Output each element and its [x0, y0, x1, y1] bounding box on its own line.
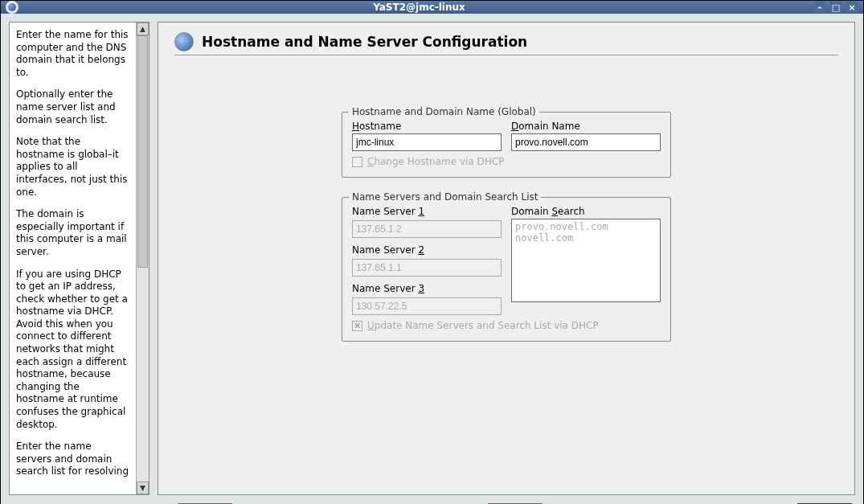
hostname-input[interactable] — [352, 133, 502, 151]
maximize-button[interactable]: □ — [829, 2, 842, 13]
panels: Enter the name for this computer and the… — [9, 22, 855, 495]
help-p2: Optionally enter the name server list an… — [16, 88, 129, 126]
nameserver-group: Name Servers and Domain Search List Name… — [342, 197, 671, 342]
hostname-label: Hostname — [352, 121, 502, 132]
domain-field: Domain Name — [511, 121, 661, 151]
domain-label: Domain Name — [511, 121, 661, 132]
window: YaST2@jmc-linux – □ × Enter the name for… — [0, 0, 864, 504]
dhcp-hostname-label: Change Hostname via DHCP — [367, 156, 504, 167]
ns3-label: Name Server 3 — [352, 283, 502, 294]
main-pane: Hostname and Name Server Configuration H… — [158, 22, 855, 495]
ns-grid: Name Server 1 Name Server 2 Name Server … — [352, 206, 661, 315]
dhcp-ns-row: ✕ Update Name Servers and Search List vi… — [352, 320, 661, 331]
ns1-label: Name Server 1 — [352, 206, 502, 217]
ns3-input — [352, 297, 502, 315]
help-pane: Enter the name for this computer and the… — [9, 22, 149, 495]
scroll-track[interactable] — [137, 35, 149, 481]
page-heading: Hostname and Name Server Configuration — [174, 32, 838, 51]
close-button[interactable]: × — [846, 2, 858, 13]
help-p6: Enter the name servers and domain search… — [16, 440, 129, 478]
hostname-field: Hostname — [352, 121, 502, 151]
dhcp-hostname-row: Change Hostname via DHCP — [352, 156, 661, 167]
titlebar: YaST2@jmc-linux – □ × — [1, 1, 863, 14]
help-p5: If you are using DHCP to get an IP addre… — [16, 268, 129, 432]
ns-right-col: Domain Search — [511, 206, 661, 315]
minimize-button[interactable]: – — [813, 2, 826, 13]
app-icon — [6, 1, 18, 14]
dhcp-ns-label: Update Name Servers and Search List via … — [367, 320, 599, 331]
nameserver-group-legend: Name Servers and Domain Search List — [349, 191, 541, 203]
domain-input[interactable] — [511, 133, 661, 151]
domain-search-label: Domain Search — [511, 206, 661, 217]
dhcp-hostname-checkbox — [352, 157, 362, 167]
help-p3: Note that the hostname is global–it appl… — [16, 136, 129, 199]
ns1-input — [352, 220, 502, 238]
scroll-down-icon[interactable]: ▼ — [137, 481, 149, 494]
globe-icon — [174, 32, 194, 51]
ns2-input — [352, 259, 502, 277]
help-p1: Enter the name for this computer and the… — [16, 29, 129, 79]
client-area: Enter the name for this computer and the… — [1, 14, 863, 504]
ns-left-col: Name Server 1 Name Server 2 Name Server … — [352, 206, 502, 315]
hostname-row: Hostname Domain Name — [352, 121, 661, 151]
window-title: YaST2@jmc-linux — [25, 2, 813, 13]
help-p4: The domain is especially important if th… — [16, 208, 129, 258]
ns2-label: Name Server 2 — [352, 244, 502, 256]
page-title: Hostname and Name Server Configuration — [202, 34, 527, 50]
scroll-thumb[interactable] — [137, 35, 148, 268]
hostname-group: Hostname and Domain Name (Global) Hostna… — [342, 112, 671, 178]
dhcp-ns-checkbox: ✕ — [352, 321, 362, 331]
help-scrollbar[interactable]: ▲ ▼ — [136, 23, 149, 494]
heading-separator — [174, 55, 838, 55]
scroll-up-icon[interactable]: ▲ — [137, 23, 149, 35]
help-text: Enter the name for this computer and the… — [10, 23, 136, 494]
domain-search-input — [511, 219, 661, 302]
window-controls: – □ × — [813, 2, 858, 13]
hostname-group-legend: Hostname and Domain Name (Global) — [349, 106, 539, 117]
